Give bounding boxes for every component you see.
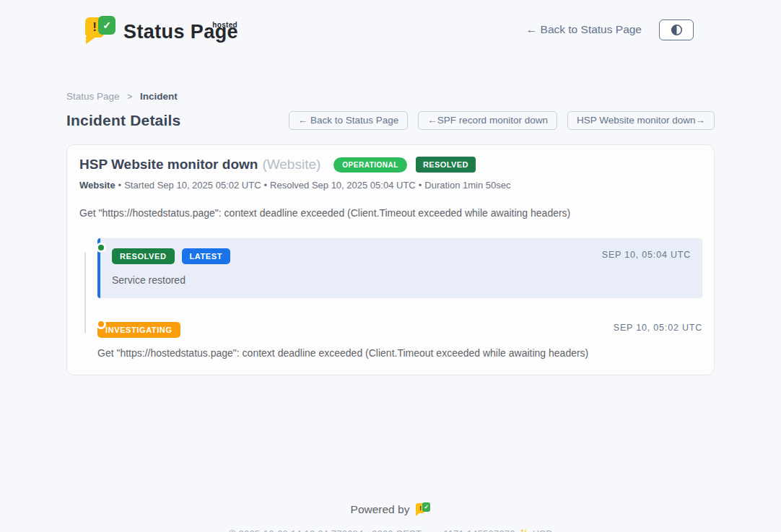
theme-toggle-button[interactable] — [659, 19, 694, 40]
back-to-status-page-button[interactable]: ← Back to Status Page — [289, 111, 409, 130]
timeline-badges: INVESTIGATING — [97, 322, 702, 338]
incident-duration: Duration 1min 50sec — [424, 180, 510, 191]
timeline-timestamp: SEP 10, 05:02 UTC — [614, 323, 702, 333]
meta-separator: • — [118, 180, 122, 191]
back-to-status-page-link[interactable]: ← Back to Status Page — [526, 23, 642, 36]
page-header-row: Incident Details ← Back to Status Page ←… — [66, 111, 715, 130]
topbar: ! ✓ Status Pagehosted ← Back to Status P… — [0, 0, 781, 55]
footer: Powered by ! ✓ © 2025-10-08 14:10:34.772… — [0, 502, 781, 532]
logo-hosted-superscript: hosted — [212, 10, 237, 40]
powered-by-label: Powered by — [351, 503, 410, 516]
timeline-message: Service restored — [112, 274, 691, 286]
sparkle-icon: ✨ — [518, 528, 529, 532]
incident-description: Get "https://hostedstatus.page": context… — [79, 207, 702, 219]
timeline-dot-green-icon — [96, 243, 106, 253]
statuspage-mini-logo-icon: ! ✓ — [416, 502, 430, 516]
page-title: Incident Details — [66, 112, 180, 129]
timeline-timestamp: SEP 10, 05:04 UTC — [602, 250, 691, 260]
incident-card: HSP Website monitor down (Website) OPERA… — [66, 144, 715, 375]
breadcrumb: Status Page > Incident — [66, 91, 715, 102]
meta-separator: • — [419, 180, 422, 191]
top-actions: ← Back to Status Page — [526, 19, 694, 40]
statuspage-logo[interactable]: ! ✓ Status Pagehosted — [85, 12, 238, 47]
timeline-dot-orange-icon — [96, 319, 106, 329]
incident-started: Started Sep 10, 2025 05:02 UTC — [124, 180, 261, 191]
main-content: Status Page > Incident Incident Details … — [66, 91, 715, 375]
incident-timeline: RESOLVED LATEST SEP 10, 05:04 UTC Servic… — [79, 238, 702, 359]
mini-check-icon: ✓ — [422, 502, 430, 512]
timeline-latest-update-box: RESOLVED LATEST SEP 10, 05:04 UTC Servic… — [97, 238, 702, 298]
timeline-entry-investigating: INVESTIGATING SEP 10, 05:02 UTC Get "htt… — [97, 322, 702, 359]
footer-brand: HSP — [533, 528, 552, 532]
latest-badge: LATEST — [182, 248, 231, 264]
incident-title-row: HSP Website monitor down (Website) OPERA… — [79, 157, 702, 173]
resolved-badge: RESOLVED — [112, 248, 175, 264]
meta-separator: • — [264, 180, 268, 191]
timeline-message: Get "https://hostedstatus.page": context… — [97, 347, 702, 359]
check-bubble-icon: ✓ — [98, 16, 115, 35]
incident-scope: (Website) — [262, 157, 320, 173]
incident-component: Website — [79, 180, 115, 191]
next-incident-button[interactable]: HSP Website monitor down→ — [567, 111, 715, 130]
prev-incident-button[interactable]: ←SPF record monitor down — [418, 111, 557, 130]
operational-status-badge: OPERATIONAL — [333, 157, 407, 173]
incident-nav-buttons: ← Back to Status Page ←SPF record monito… — [289, 111, 715, 130]
copyright-text: © 2025-10-08 14:10:34.772084 +0200 CEST … — [229, 528, 515, 532]
half-circle-contrast-icon — [671, 24, 683, 36]
incident-title: HSP Website monitor down — [79, 157, 258, 173]
copyright-line: © 2025-10-08 14:10:34.772084 +0200 CEST … — [0, 528, 781, 532]
investigating-badge: INVESTIGATING — [97, 322, 180, 338]
powered-by-link[interactable]: Powered by ! ✓ — [351, 502, 431, 516]
breadcrumb-incident: Incident — [140, 91, 178, 102]
resolved-state-badge: RESOLVED — [416, 157, 476, 173]
logo-text: Status Pagehosted — [123, 12, 238, 47]
timeline-entry-resolved: RESOLVED LATEST SEP 10, 05:04 UTC Servic… — [97, 238, 702, 298]
breadcrumb-separator: > — [127, 92, 132, 102]
incident-resolved: Resolved Sep 10, 2025 05:04 UTC — [270, 180, 416, 191]
incident-meta: Website•Started Sep 10, 2025 05:02 UTC•R… — [79, 180, 702, 191]
breadcrumb-status-page[interactable]: Status Page — [66, 91, 120, 102]
statuspage-logo-icon: ! ✓ — [85, 15, 115, 44]
